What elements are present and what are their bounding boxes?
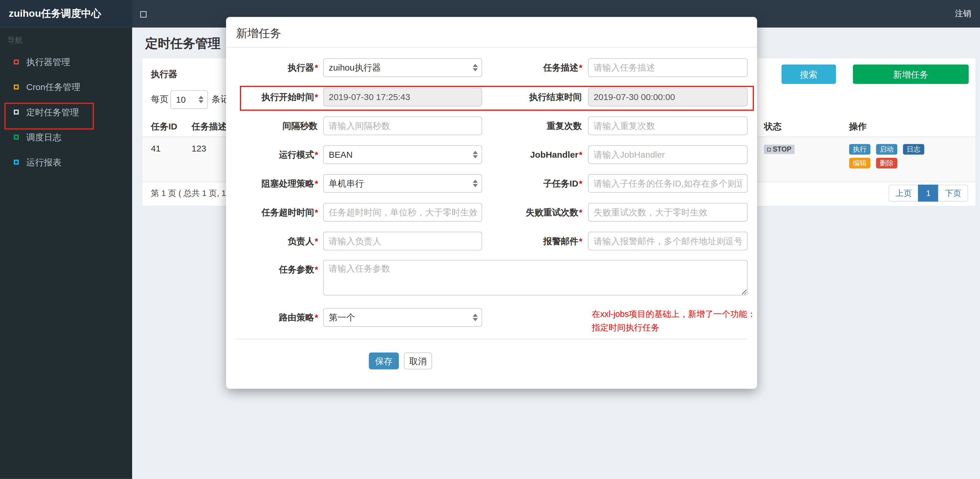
logout-link[interactable]: 注销 (955, 0, 971, 28)
next-page-button[interactable]: 下页 (938, 185, 968, 202)
route-strategy-label: 路由策略* (231, 308, 318, 327)
op-execute-button[interactable]: 执行 (849, 144, 870, 154)
op-log-button[interactable]: 日志 (903, 144, 924, 154)
job-handler-label: JobHandler* (495, 145, 582, 164)
task-desc-label: 任务描述* (495, 58, 582, 77)
interval-input[interactable] (323, 116, 482, 135)
ops-cell: 执行 启动 日志 编辑 删除 (849, 137, 931, 181)
fail-retry-label: 失败重试次数* (495, 203, 582, 221)
required-asterisk: * (579, 150, 582, 160)
required-asterisk: * (579, 63, 582, 73)
modal-header: 新增任务 (226, 17, 757, 48)
end-time-label: 执行结束时间 (495, 88, 582, 107)
block-strategy-select[interactable]: 单机串行 (323, 174, 482, 193)
app-viewport: zuihou任务调度中心 注销 导航 执行器管理 Cron任务管理 定时任务管理… (0, 0, 980, 479)
feature-note: 在xxl-jobs项目的基础上，新增了一个功能： 指定时间执行任务 (592, 307, 756, 335)
menu-square-icon (14, 160, 19, 165)
select-arrows-icon (473, 64, 478, 72)
child-task-label: 子任务ID* (495, 174, 582, 193)
required-asterisk: * (315, 312, 318, 323)
pagination: 上页 1 下页 (888, 185, 968, 202)
sidebar-item-executor-mgmt[interactable]: 执行器管理 (0, 49, 132, 75)
timeout-label: 任务超时时间* (231, 203, 318, 221)
required-asterisk: * (315, 236, 318, 246)
required-asterisk: * (579, 207, 582, 217)
sidebar-item-scheduled-task-mgmt[interactable]: 定时任务管理 (0, 99, 132, 124)
required-asterisk: * (579, 236, 582, 246)
repeat-count-input[interactable] (588, 116, 748, 135)
current-page-button[interactable]: 1 (918, 185, 939, 202)
sidebar-header: 导航 (0, 28, 132, 49)
end-time-input[interactable] (588, 88, 748, 107)
task-desc-input[interactable] (588, 58, 748, 77)
executor-select[interactable]: zuihou执行器 (323, 58, 482, 77)
sidebar-item-cron-task-mgmt[interactable]: Cron任务管理 (0, 75, 132, 99)
save-button[interactable]: 保存 (369, 352, 399, 369)
timeout-input[interactable] (323, 203, 482, 221)
menu-square-icon (14, 134, 19, 140)
owner-input[interactable] (323, 232, 482, 250)
required-asterisk: * (315, 178, 318, 188)
sidebar-nav: 执行器管理 Cron任务管理 定时任务管理 调度日志 运行报表 (0, 49, 132, 175)
required-asterisk: * (579, 178, 582, 188)
modal-footer-divider (236, 339, 747, 339)
run-mode-select[interactable]: BEAN (323, 145, 482, 164)
fail-retry-input[interactable] (588, 203, 748, 221)
task-id-cell: 41 (151, 137, 192, 181)
search-button[interactable]: 搜索 (781, 64, 836, 84)
header-ops: 操作 (849, 116, 975, 137)
op-start-button[interactable]: 启动 (876, 144, 897, 154)
cancel-button[interactable]: 取消 (404, 352, 432, 369)
job-handler-input[interactable] (588, 145, 748, 164)
op-delete-button[interactable]: 删除 (876, 158, 897, 168)
executor-label: 执行器* (231, 58, 318, 77)
app-logo: zuihou任务调度中心 (0, 0, 132, 28)
prev-page-button[interactable]: 上页 (888, 185, 918, 202)
select-arrows-icon (199, 96, 204, 103)
per-page-select[interactable]: 10 (170, 90, 208, 109)
executor-filter-label: 执行器 (151, 64, 177, 84)
required-asterisk: * (315, 150, 318, 160)
modal-title: 新增任务 (236, 25, 281, 41)
required-asterisk: * (315, 264, 318, 274)
menu-square-icon (14, 59, 19, 64)
select-arrows-icon (473, 313, 478, 321)
task-params-textarea[interactable] (323, 260, 748, 295)
child-task-input[interactable] (588, 174, 748, 193)
alarm-email-input[interactable] (588, 232, 748, 250)
interval-label: 间隔秒数 (231, 116, 318, 135)
owner-label: 负责人* (231, 232, 318, 250)
header-status: 状态 (764, 116, 849, 137)
add-task-button[interactable]: 新增任务 (853, 64, 969, 84)
select-arrows-icon (473, 151, 478, 159)
start-time-label: 执行开始时间* (231, 88, 318, 107)
menu-square-icon (14, 84, 19, 89)
sidebar-item-dispatch-log[interactable]: 调度日志 (0, 124, 132, 150)
header-task-id: 任务ID (151, 116, 192, 137)
select-arrows-icon (473, 180, 478, 188)
add-task-modal: 新增任务 执行器* zuihou执行器 任务描述* 执行开始时间* 执行结束时间… (226, 17, 757, 389)
required-asterisk: * (315, 207, 318, 217)
status-cell: STOP (764, 137, 849, 181)
pagination-info: 第 1 页 ( 总共 1 页, 1 (151, 185, 226, 202)
repeat-count-label: 重复次数 (495, 116, 582, 135)
menu-square-icon (14, 110, 19, 115)
page-title: 定时任务管理 (145, 35, 220, 52)
sidebar-item-run-report[interactable]: 运行报表 (0, 150, 132, 175)
required-asterisk: * (315, 92, 318, 102)
start-time-input[interactable] (323, 88, 482, 107)
block-strategy-label: 阻塞处理策略* (231, 174, 318, 193)
stop-square-icon (767, 148, 771, 151)
sidebar: 导航 执行器管理 Cron任务管理 定时任务管理 调度日志 运行报表 (0, 28, 132, 479)
per-page-label: 每页 (151, 90, 169, 108)
route-strategy-select[interactable]: 第一个 (323, 308, 482, 327)
alarm-email-label: 报警邮件* (495, 232, 582, 250)
op-edit-button[interactable]: 编辑 (849, 158, 870, 168)
sidebar-toggle-icon[interactable] (140, 11, 146, 18)
task-params-label: 任务参数* (231, 260, 318, 278)
required-asterisk: * (315, 63, 318, 73)
run-mode-label: 运行模式* (231, 145, 318, 164)
status-badge: STOP (764, 145, 795, 154)
